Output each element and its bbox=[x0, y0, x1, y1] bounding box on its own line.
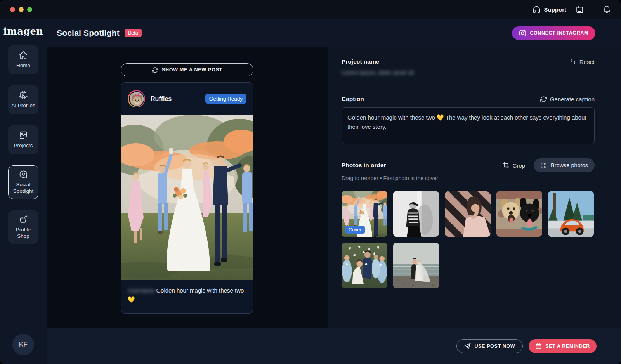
generate-caption-button[interactable]: Generate caption bbox=[540, 96, 595, 102]
cover-badge: Cover bbox=[345, 226, 365, 234]
connect-instagram-button[interactable]: CONNECT INSTAGRAM bbox=[512, 26, 595, 40]
refresh-icon bbox=[152, 67, 158, 73]
home-icon bbox=[19, 50, 28, 60]
window-titlebar: Support bbox=[0, 0, 621, 19]
send-icon bbox=[464, 343, 471, 350]
sidebar-item-label: Social Spotlight bbox=[10, 182, 36, 195]
connect-instagram-label: CONNECT INSTAGRAM bbox=[530, 30, 588, 36]
window-controls bbox=[10, 7, 32, 12]
photo-thumbnail-grid: Cover bbox=[342, 191, 595, 288]
zoom-window-button[interactable] bbox=[27, 7, 32, 12]
post-username-redacted: Username bbox=[128, 287, 154, 294]
titlebar-divider bbox=[593, 5, 593, 14]
crop-button[interactable]: Crop bbox=[503, 162, 526, 169]
user-avatar[interactable]: KF bbox=[12, 334, 34, 355]
caption-input[interactable]: Golden hour magic with these two 💛 The w… bbox=[342, 107, 595, 144]
show-new-post-label: SHOW ME A NEW POST bbox=[162, 67, 222, 73]
sidebar-item-profile-shop[interactable]: Profile Shop bbox=[8, 210, 38, 244]
support-link[interactable]: Support bbox=[533, 5, 567, 14]
support-label: Support bbox=[544, 6, 567, 13]
headset-icon bbox=[533, 5, 541, 14]
chip-person-icon bbox=[19, 90, 28, 100]
status-badge: Getting Ready bbox=[205, 94, 246, 104]
use-post-now-button[interactable]: USE POST NOW bbox=[456, 339, 523, 353]
photo-thumbnail-2-bw-man[interactable] bbox=[393, 191, 439, 237]
set-reminder-button[interactable]: SET A REMINDER bbox=[529, 339, 597, 353]
sidebar-item-social-spotlight[interactable]: Social Spotlight bbox=[8, 165, 38, 199]
reset-label: Reset bbox=[579, 59, 595, 65]
post-photo bbox=[121, 115, 253, 280]
calendar-icon bbox=[535, 343, 542, 350]
post-username: Ruffles bbox=[151, 95, 172, 102]
photo-thumbnail-4-dogs[interactable] bbox=[496, 191, 542, 237]
generate-caption-label: Generate caption bbox=[550, 96, 595, 102]
post-preview-panel: SHOW ME A NEW POST Ruffles Getting Ready bbox=[47, 47, 328, 328]
use-post-now-label: USE POST NOW bbox=[474, 343, 515, 349]
imagen-logo: imagen bbox=[3, 26, 43, 37]
footer-action-bar: USE POST NOW SET A REMINDER bbox=[47, 328, 621, 364]
post-caption: Username Golden hour magic with these tw… bbox=[121, 280, 253, 313]
project-name-value-redacted: Lorem Ipsum, dolor amet sit bbox=[342, 69, 414, 76]
project-name-label: Project name bbox=[342, 58, 379, 65]
dog-avatar-image bbox=[130, 92, 144, 107]
avatar[interactable] bbox=[128, 90, 145, 107]
caption-label: Caption bbox=[342, 95, 364, 102]
basket-sparkle-icon bbox=[19, 215, 28, 224]
page-title: Social Spotlight bbox=[57, 28, 120, 38]
browse-photos-button[interactable]: Browse photos bbox=[534, 158, 595, 172]
sidebar-item-label: Projects bbox=[14, 142, 33, 149]
set-reminder-label: SET A REMINDER bbox=[545, 343, 590, 349]
crop-icon bbox=[503, 162, 510, 169]
instagram-post-card: Ruffles Getting Ready Username Golden ho… bbox=[121, 82, 253, 314]
close-window-button[interactable] bbox=[10, 7, 15, 12]
beta-badge: Beta bbox=[125, 29, 142, 37]
photo-thumbnail-5-beetle[interactable] bbox=[548, 191, 594, 237]
undo-icon bbox=[569, 58, 576, 65]
crop-label: Crop bbox=[513, 162, 526, 169]
photo-thumbnail-3-striped-woman[interactable] bbox=[445, 191, 491, 237]
reset-button[interactable]: Reset bbox=[569, 58, 595, 65]
grid-icon bbox=[540, 162, 547, 169]
photo-thumbnail-7-beach[interactable] bbox=[393, 243, 439, 288]
sidebar-item-label: Profile Shop bbox=[10, 227, 36, 240]
refresh-icon bbox=[540, 96, 547, 102]
photos-in-order-label: Photos in order bbox=[342, 162, 386, 169]
photo-thumbnail-1-wedding-smoke[interactable]: Cover bbox=[342, 191, 387, 237]
minimize-window-button[interactable] bbox=[19, 7, 24, 12]
sidebar: imagen Home AI Profiles Projects Social … bbox=[0, 19, 47, 364]
calendar-icon[interactable] bbox=[576, 5, 584, 14]
sidebar-item-ai-profiles[interactable]: AI Profiles bbox=[8, 85, 38, 114]
post-editor-panel: Project name Reset Lorem Ipsum, dolor am… bbox=[328, 47, 621, 328]
sidebar-item-home[interactable]: Home bbox=[8, 45, 38, 74]
bell-icon[interactable] bbox=[603, 5, 611, 14]
sidebar-item-projects[interactable]: Projects bbox=[8, 125, 38, 154]
post-header: Ruffles Getting Ready bbox=[121, 83, 253, 115]
sidebar-item-label: AI Profiles bbox=[11, 102, 35, 109]
page-header: Social Spotlight Beta CONNECT INSTAGRAM bbox=[47, 19, 621, 47]
picture-icon bbox=[19, 130, 28, 140]
show-new-post-button[interactable]: SHOW ME A NEW POST bbox=[121, 63, 253, 76]
app-window: Support imagen Home AI Profiles Projects bbox=[0, 0, 621, 364]
chat-heart-icon bbox=[19, 170, 28, 179]
instagram-icon bbox=[519, 29, 526, 37]
photos-subtitle: Drag to reorder • First photo is the cov… bbox=[342, 175, 595, 181]
photo-thumbnail-6-confetti[interactable] bbox=[342, 243, 387, 288]
sidebar-item-label: Home bbox=[16, 62, 30, 69]
browse-photos-label: Browse photos bbox=[551, 162, 588, 168]
